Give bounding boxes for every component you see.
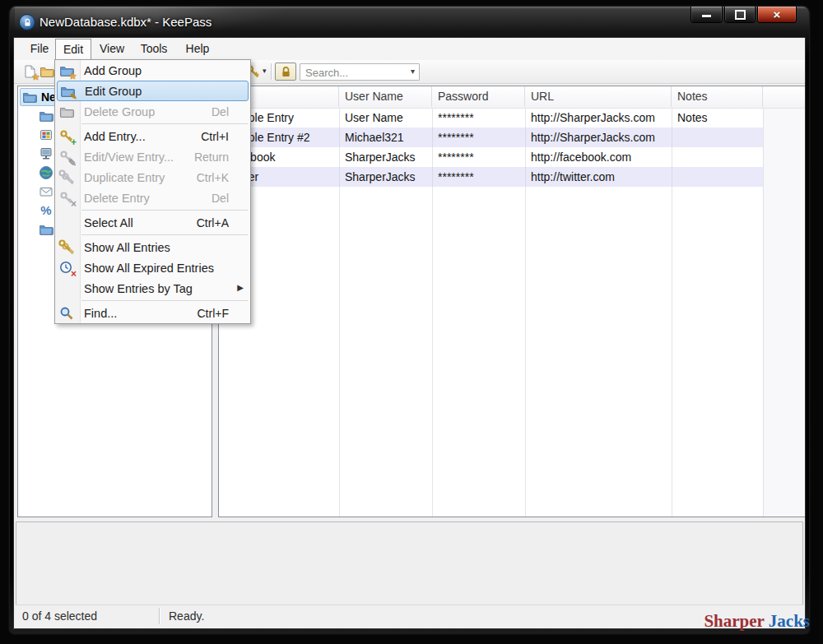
statusbar-divider xyxy=(159,608,160,624)
cell-url[interactable]: http://facebook.com xyxy=(525,147,672,167)
minimize-button[interactable] xyxy=(690,7,723,23)
column-header-username[interactable]: User Name xyxy=(339,86,432,107)
entry-row[interactable]: Facebook SharperJacks ******** http://fa… xyxy=(219,147,763,167)
tree-group-network-icon[interactable] xyxy=(39,146,53,161)
menu-bar: File Edit View Tools Help xyxy=(14,38,805,60)
search-dropdown-arrow-icon[interactable]: ▾ xyxy=(411,67,415,76)
cell-username[interactable]: SharperJacks xyxy=(339,167,432,187)
sharper-jacks-watermark: Sharper Jacks xyxy=(704,611,810,632)
cell-notes[interactable] xyxy=(672,127,763,147)
key-delete-icon: × xyxy=(59,191,74,206)
cell-username[interactable]: SharperJacks xyxy=(339,147,432,167)
column-header-password[interactable]: Password xyxy=(432,86,525,107)
column-header-notes[interactable]: Notes xyxy=(672,86,763,107)
cell-username[interactable]: User Name xyxy=(339,108,432,127)
list-header: Title User Name Password URL Notes xyxy=(219,86,805,109)
selection-status: 0 of 4 selected xyxy=(22,605,97,627)
column-header-url[interactable]: URL xyxy=(525,86,672,107)
key-add-icon: + xyxy=(59,129,74,144)
key-edit-icon: ✎ xyxy=(59,150,74,164)
menu-item-duplicate-entry: Duplicate Entry Ctrl+K xyxy=(55,167,250,188)
edit-menu-popup: ★ Add Group ✎ Edit Group Delete Group De… xyxy=(54,59,251,324)
lock-icon xyxy=(280,66,292,78)
tree-group-email-icon[interactable] xyxy=(39,184,53,199)
empty-icon-slot xyxy=(59,215,74,230)
tree-group-internet-icon[interactable] xyxy=(39,165,53,180)
ready-status: Ready. xyxy=(169,605,204,627)
menu-item-add-entry[interactable]: + Add Entry... Ctrl+I xyxy=(55,126,250,146)
title-bar: NewDatabase.kdbx* - KeePass × xyxy=(10,7,809,37)
expired-clock-icon: × xyxy=(59,261,74,276)
column-header-filler xyxy=(763,86,805,107)
entry-row[interactable]: Twitter SharperJacks ******** http://twi… xyxy=(219,167,763,187)
open-folder-icon xyxy=(22,90,37,104)
search-box: ▾ xyxy=(300,63,420,81)
watermark-word1: Sharper xyxy=(704,611,764,631)
lock-workspace-button[interactable] xyxy=(275,63,296,81)
add-entry-toolbar-icon[interactable] xyxy=(249,64,261,79)
menu-file[interactable]: File xyxy=(24,39,55,59)
cell-notes[interactable] xyxy=(672,167,763,187)
tree-group-windows-icon[interactable] xyxy=(39,127,53,142)
cell-url[interactable]: http://twitter.com xyxy=(525,167,672,187)
menu-item-find[interactable]: Find... Ctrl+F xyxy=(55,303,250,323)
menu-help[interactable]: Help xyxy=(180,39,215,59)
cell-password[interactable]: ******** xyxy=(432,108,525,127)
cell-password[interactable]: ******** xyxy=(432,167,525,187)
menu-edit[interactable]: Edit xyxy=(55,39,91,60)
list-filler-area xyxy=(763,86,805,517)
close-button[interactable]: × xyxy=(757,7,797,23)
maximize-button[interactable] xyxy=(724,7,756,23)
menu-item-show-entries-by-tag[interactable]: Show Entries by Tag ▶ xyxy=(55,278,250,299)
menu-item-select-all[interactable]: Select All Ctrl+A xyxy=(55,212,250,233)
menu-view[interactable]: View xyxy=(95,39,129,59)
search-input[interactable] xyxy=(304,65,404,81)
folder-delete-icon xyxy=(59,104,74,119)
submenu-arrow-icon: ▶ xyxy=(237,283,244,292)
menu-item-delete-group: Delete Group Del xyxy=(55,101,250,122)
restore-icon xyxy=(735,10,746,20)
window-title: NewDatabase.kdbx* - KeePass xyxy=(40,14,212,30)
menu-item-edit-group[interactable]: ✎ Edit Group xyxy=(57,81,249,101)
menu-item-show-all-expired-entries[interactable]: × Show All Expired Entries xyxy=(55,257,250,278)
watermark-word2: Jacks xyxy=(769,611,810,631)
cell-password[interactable]: ******** xyxy=(432,147,525,167)
entry-details-panel xyxy=(16,521,803,606)
keepass-app-icon xyxy=(19,14,35,30)
empty-icon-slot xyxy=(59,281,74,296)
menu-item-delete-entry: × Delete Entry Del xyxy=(55,188,250,208)
close-icon: × xyxy=(774,7,781,21)
status-bar: 0 of 4 selected Ready. xyxy=(16,605,803,627)
entry-list-panel: Title User Name Password URL Notes Sampl… xyxy=(218,86,806,517)
cell-url[interactable]: http://SharperJacks.com xyxy=(525,127,672,147)
tree-group-folder2-icon[interactable] xyxy=(39,222,53,237)
tree-group-homebanking-icon[interactable]: % xyxy=(39,203,53,218)
minimize-icon xyxy=(702,15,711,17)
cell-notes[interactable] xyxy=(672,147,763,167)
magnifier-icon xyxy=(59,306,74,321)
open-database-icon[interactable] xyxy=(40,64,54,79)
keys-icon xyxy=(59,240,74,255)
key-duplicate-icon xyxy=(59,170,74,185)
entry-row[interactable]: Sample Entry User Name ******** http://S… xyxy=(219,108,763,127)
cell-notes[interactable]: Notes xyxy=(672,108,763,127)
cell-password[interactable]: ******** xyxy=(432,127,525,147)
menu-item-edit-view-entry: ✎ Edit/View Entry... Return xyxy=(55,146,250,167)
folder-add-icon: ★ xyxy=(59,63,74,78)
cell-username[interactable]: Michael321 xyxy=(339,127,432,147)
menu-item-add-group[interactable]: ★ Add Group xyxy=(55,60,250,81)
add-entry-dropdown-arrow-icon[interactable]: ▾ xyxy=(263,67,267,75)
entry-row[interactable]: Sample Entry #2 Michael321 ******** http… xyxy=(219,127,763,147)
folder-edit-icon: ✎ xyxy=(60,84,75,99)
tree-group-folder-icon[interactable] xyxy=(39,109,53,123)
menu-item-show-all-entries[interactable]: Show All Entries xyxy=(55,237,250,257)
window-controls: × xyxy=(689,7,797,23)
menu-tools[interactable]: Tools xyxy=(134,39,174,59)
toolbar-separator xyxy=(271,63,272,80)
new-database-icon[interactable]: ★ xyxy=(22,64,37,79)
cell-url[interactable]: http://SharperJacks.com xyxy=(525,108,672,127)
